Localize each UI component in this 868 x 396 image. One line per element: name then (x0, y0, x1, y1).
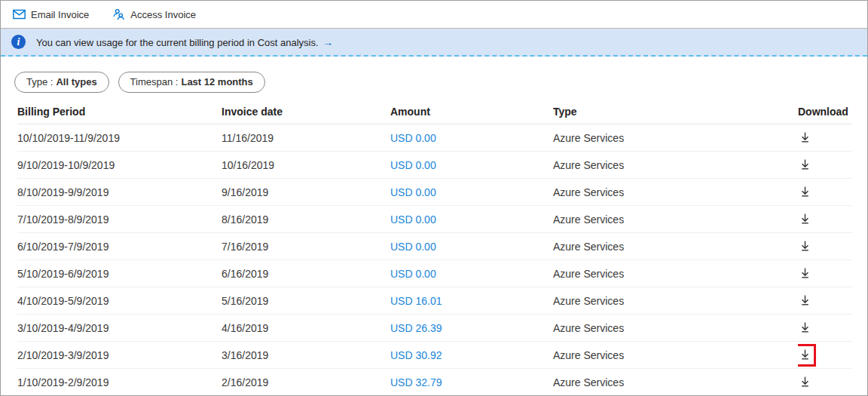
download-button[interactable] (798, 262, 816, 285)
invoices-page: Email Invoice Access Invoice i You can v… (0, 0, 868, 396)
banner-text: You can view usage for the current billi… (36, 37, 319, 48)
type-cell: Azure Services (553, 179, 798, 206)
type-cell: Azure Services (553, 315, 798, 342)
amount-link[interactable]: USD 32.79 (390, 376, 442, 388)
table-row: 1/10/2019-2/9/2019 2/16/2019 USD 32.79 A… (17, 369, 852, 396)
amount-link[interactable]: USD 0.00 (390, 241, 436, 253)
info-icon: i (11, 35, 26, 49)
invoice-date-cell: 5/16/2019 (222, 287, 390, 315)
invoice-date-cell: 7/16/2019 (222, 233, 390, 260)
billing-period-cell: 4/10/2019-5/9/2019 (17, 287, 222, 315)
email-icon (13, 9, 26, 20)
amount-link[interactable]: USD 26.39 (390, 322, 442, 334)
table-row: 2/10/2019-3/9/2019 3/16/2019 USD 30.92 A… (17, 342, 852, 369)
col-amount: Amount (390, 100, 553, 124)
invoice-date-cell: 11/16/2019 (222, 124, 390, 152)
amount-link[interactable]: USD 16.01 (390, 295, 442, 307)
invoice-date-cell: 3/16/2019 (222, 342, 390, 369)
people-icon (113, 8, 125, 20)
type-cell: Azure Services (553, 206, 798, 233)
timespan-filter-value: Last 12 months (181, 76, 252, 88)
billing-period-cell: 8/10/2019-9/9/2019 (17, 179, 222, 206)
email-invoice-button[interactable]: Email Invoice (11, 6, 90, 23)
download-icon (799, 348, 811, 361)
billing-period-cell: 2/10/2019-3/9/2019 (17, 342, 222, 369)
type-cell: Azure Services (553, 260, 798, 287)
download-button[interactable] (798, 127, 816, 149)
amount-link[interactable]: USD 0.00 (390, 268, 436, 280)
access-invoice-button[interactable]: Access Invoice (112, 5, 197, 23)
download-icon (799, 294, 811, 307)
download-icon (799, 213, 811, 226)
invoice-date-cell: 10/16/2019 (222, 152, 390, 179)
access-invoice-label: Access Invoice (130, 9, 196, 20)
download-button[interactable] (798, 181, 816, 204)
invoice-date-cell: 4/16/2019 (222, 315, 390, 342)
timespan-filter-pill[interactable]: Timespan : Last 12 months (118, 72, 265, 93)
type-filter-value: All types (56, 76, 96, 88)
download-button[interactable] (798, 235, 816, 258)
col-type: Type (553, 100, 798, 124)
download-icon (799, 267, 811, 280)
invoices-table: Billing Period Invoice date Amount Type … (17, 100, 852, 396)
table-row: 9/10/2019-10/9/2019 10/16/2019 USD 0.00 … (17, 152, 852, 179)
amount-link[interactable]: USD 0.00 (390, 213, 436, 226)
download-button[interactable] (798, 290, 816, 312)
amount-link[interactable]: USD 0.00 (390, 132, 436, 144)
col-invoice-date: Invoice date (222, 100, 390, 124)
billing-period-cell: 6/10/2019-7/9/2019 (17, 233, 222, 260)
billing-period-cell: 5/10/2019-6/9/2019 (17, 260, 222, 287)
banner-message[interactable]: You can view usage for the current billi… (36, 36, 333, 48)
download-icon (799, 186, 811, 198)
table-row: 7/10/2019-8/9/2019 8/16/2019 USD 0.00 Az… (17, 206, 852, 233)
download-button[interactable] (798, 317, 816, 339)
email-invoice-label: Email Invoice (31, 9, 89, 20)
table-row: 8/10/2019-9/9/2019 9/16/2019 USD 0.00 Az… (17, 179, 852, 206)
type-cell: Azure Services (553, 342, 798, 369)
command-bar: Email Invoice Access Invoice (1, 1, 867, 29)
info-banner: i You can view usage for the current bil… (1, 29, 867, 57)
type-cell: Azure Services (553, 369, 798, 396)
type-cell: Azure Services (553, 233, 798, 260)
amount-link[interactable]: USD 0.00 (390, 159, 436, 171)
table-row: 6/10/2019-7/9/2019 7/16/2019 USD 0.00 Az… (17, 233, 852, 260)
table-row: 10/10/2019-11/9/2019 11/16/2019 USD 0.00… (17, 124, 852, 152)
download-button[interactable] (798, 371, 816, 394)
col-download: Download (798, 100, 852, 124)
invoice-date-cell: 9/16/2019 (222, 179, 390, 206)
table-row: 4/10/2019-5/9/2019 5/16/2019 USD 16.01 A… (17, 287, 852, 315)
download-icon (799, 131, 811, 144)
download-icon (799, 240, 811, 253)
type-filter-label: Type : (26, 76, 53, 88)
billing-period-cell: 7/10/2019-8/9/2019 (17, 206, 222, 233)
type-cell: Azure Services (553, 124, 798, 152)
amount-link[interactable]: USD 0.00 (390, 186, 436, 198)
download-icon (799, 158, 811, 171)
table-row: 5/10/2019-6/9/2019 6/16/2019 USD 0.00 Az… (17, 260, 852, 287)
filter-bar: Type : All types Timespan : Last 12 mont… (1, 57, 867, 100)
download-button[interactable] (798, 344, 816, 367)
download-button[interactable] (798, 208, 816, 231)
type-cell: Azure Services (553, 287, 798, 315)
table-row: 3/10/2019-4/9/2019 4/16/2019 USD 26.39 A… (17, 315, 852, 342)
timespan-filter-label: Timespan : (130, 76, 179, 88)
invoice-date-cell: 2/16/2019 (222, 369, 390, 396)
table-header-row: Billing Period Invoice date Amount Type … (17, 100, 852, 124)
billing-period-cell: 3/10/2019-4/9/2019 (17, 315, 222, 342)
type-cell: Azure Services (553, 152, 798, 179)
invoice-date-cell: 6/16/2019 (222, 260, 390, 287)
billing-period-cell: 1/10/2019-2/9/2019 (17, 369, 222, 396)
type-filter-pill[interactable]: Type : All types (14, 72, 109, 93)
download-button[interactable] (798, 154, 816, 177)
arrow-right-icon: → (322, 36, 333, 48)
col-billing-period: Billing Period (17, 100, 222, 124)
amount-link[interactable]: USD 30.92 (390, 349, 442, 361)
invoice-date-cell: 8/16/2019 (222, 206, 390, 233)
download-icon (799, 321, 811, 334)
download-icon (799, 376, 811, 388)
billing-period-cell: 10/10/2019-11/9/2019 (17, 124, 222, 152)
billing-period-cell: 9/10/2019-10/9/2019 (17, 152, 222, 179)
